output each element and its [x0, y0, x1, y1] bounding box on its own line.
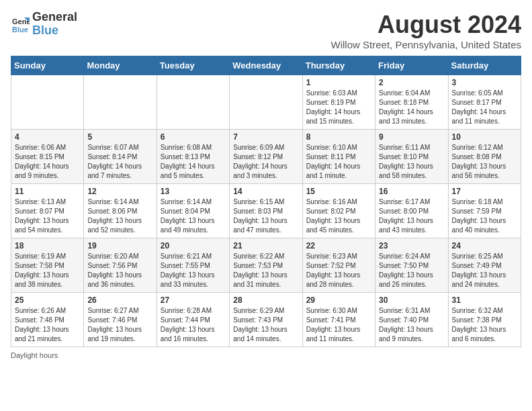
day-number: 24 — [452, 241, 517, 250]
calendar-week-row: 1Sunrise: 6:03 AM Sunset: 8:19 PM Daylig… — [11, 75, 521, 130]
calendar-cell — [84, 75, 157, 130]
calendar-cell: 9Sunrise: 6:11 AM Sunset: 8:10 PM Daylig… — [375, 130, 448, 184]
day-info: Sunrise: 6:05 AM Sunset: 8:17 PM Dayligh… — [452, 89, 517, 126]
day-number: 16 — [379, 187, 444, 196]
day-info: Sunrise: 6:21 AM Sunset: 7:55 PM Dayligh… — [161, 252, 226, 289]
day-number: 28 — [233, 295, 298, 305]
day-number: 13 — [161, 187, 226, 196]
day-number: 7 — [233, 132, 298, 142]
calendar-cell: 13Sunrise: 6:14 AM Sunset: 8:04 PM Dayli… — [157, 184, 229, 238]
calendar-cell: 4Sunrise: 6:06 AM Sunset: 8:15 PM Daylig… — [11, 130, 84, 184]
calendar-cell: 12Sunrise: 6:14 AM Sunset: 8:06 PM Dayli… — [84, 184, 157, 238]
day-info: Sunrise: 6:07 AM Sunset: 8:14 PM Dayligh… — [87, 143, 152, 181]
calendar-cell: 11Sunrise: 6:13 AM Sunset: 8:07 PM Dayli… — [11, 184, 84, 238]
calendar-cell: 18Sunrise: 6:19 AM Sunset: 7:58 PM Dayli… — [11, 238, 84, 293]
day-number: 17 — [452, 187, 517, 196]
calendar-cell: 24Sunrise: 6:25 AM Sunset: 7:49 PM Dayli… — [448, 238, 521, 293]
day-number: 14 — [233, 187, 298, 196]
day-number: 31 — [452, 295, 517, 305]
calendar-cell: 22Sunrise: 6:23 AM Sunset: 7:52 PM Dayli… — [302, 238, 375, 293]
day-info: Sunrise: 6:26 AM Sunset: 7:48 PM Dayligh… — [15, 306, 80, 344]
day-number: 18 — [15, 241, 80, 250]
location-subtitle: Willow Street, Pennsylvania, United Stat… — [331, 39, 521, 50]
day-number: 8 — [306, 132, 371, 142]
title-block: August 2024 Willow Street, Pennsylvania,… — [331, 11, 521, 50]
day-number: 20 — [161, 241, 226, 250]
calendar-cell: 21Sunrise: 6:22 AM Sunset: 7:53 PM Dayli… — [230, 238, 302, 293]
day-info: Sunrise: 6:24 AM Sunset: 7:50 PM Dayligh… — [379, 252, 444, 289]
calendar-week-row: 11Sunrise: 6:13 AM Sunset: 8:07 PM Dayli… — [11, 184, 521, 238]
day-number: 27 — [161, 295, 226, 305]
day-number: 11 — [15, 187, 80, 196]
day-info: Sunrise: 6:10 AM Sunset: 8:11 PM Dayligh… — [306, 143, 371, 181]
day-info: Sunrise: 6:06 AM Sunset: 8:15 PM Dayligh… — [15, 143, 80, 181]
calendar-cell: 31Sunrise: 6:32 AM Sunset: 7:38 PM Dayli… — [448, 293, 521, 347]
day-info: Sunrise: 6:08 AM Sunset: 8:13 PM Dayligh… — [161, 143, 226, 181]
calendar-cell: 28Sunrise: 6:29 AM Sunset: 7:43 PM Dayli… — [230, 293, 302, 347]
calendar-cell: 16Sunrise: 6:17 AM Sunset: 8:00 PM Dayli… — [375, 184, 448, 238]
day-info: Sunrise: 6:25 AM Sunset: 7:49 PM Dayligh… — [452, 252, 517, 289]
calendar-cell: 23Sunrise: 6:24 AM Sunset: 7:50 PM Dayli… — [375, 238, 448, 293]
day-number: 29 — [306, 295, 371, 305]
day-info: Sunrise: 6:27 AM Sunset: 7:46 PM Dayligh… — [87, 306, 152, 344]
day-number: 30 — [379, 295, 444, 305]
calendar-cell: 7Sunrise: 6:09 AM Sunset: 8:12 PM Daylig… — [230, 130, 302, 184]
calendar-cell: 29Sunrise: 6:30 AM Sunset: 7:41 PM Dayli… — [302, 293, 375, 347]
calendar-day-header: Wednesday — [230, 56, 302, 75]
calendar-week-row: 4Sunrise: 6:06 AM Sunset: 8:15 PM Daylig… — [11, 130, 521, 184]
day-info: Sunrise: 6:31 AM Sunset: 7:40 PM Dayligh… — [379, 306, 444, 344]
day-info: Sunrise: 6:19 AM Sunset: 7:58 PM Dayligh… — [15, 252, 80, 289]
day-number: 25 — [15, 295, 80, 305]
day-number: 19 — [87, 241, 152, 250]
footer-note: Daylight hours — [11, 351, 521, 359]
day-info: Sunrise: 6:32 AM Sunset: 7:38 PM Dayligh… — [452, 306, 517, 344]
calendar-cell: 30Sunrise: 6:31 AM Sunset: 7:40 PM Dayli… — [375, 293, 448, 347]
logo-icon: General Blue — [11, 15, 30, 34]
calendar-cell: 3Sunrise: 6:05 AM Sunset: 8:17 PM Daylig… — [448, 75, 521, 130]
calendar-cell: 10Sunrise: 6:12 AM Sunset: 8:08 PM Dayli… — [448, 130, 521, 184]
day-number: 21 — [233, 241, 298, 250]
day-number: 5 — [87, 132, 152, 142]
day-info: Sunrise: 6:18 AM Sunset: 7:59 PM Dayligh… — [452, 197, 517, 235]
day-number: 9 — [379, 132, 444, 142]
calendar-cell: 20Sunrise: 6:21 AM Sunset: 7:55 PM Dayli… — [157, 238, 229, 293]
day-info: Sunrise: 6:23 AM Sunset: 7:52 PM Dayligh… — [306, 252, 371, 289]
calendar-day-header: Tuesday — [157, 56, 229, 75]
calendar-cell: 8Sunrise: 6:10 AM Sunset: 8:11 PM Daylig… — [302, 130, 375, 184]
footer-text: Daylight hours — [11, 351, 58, 359]
calendar-day-header: Thursday — [302, 56, 375, 75]
day-info: Sunrise: 6:28 AM Sunset: 7:44 PM Dayligh… — [161, 306, 226, 344]
svg-text:Blue: Blue — [12, 26, 28, 34]
day-info: Sunrise: 6:30 AM Sunset: 7:41 PM Dayligh… — [306, 306, 371, 344]
calendar-cell: 17Sunrise: 6:18 AM Sunset: 7:59 PM Dayli… — [448, 184, 521, 238]
day-info: Sunrise: 6:15 AM Sunset: 8:03 PM Dayligh… — [233, 197, 298, 235]
month-year-title: August 2024 — [331, 11, 521, 39]
calendar-cell — [11, 75, 84, 130]
calendar-week-row: 25Sunrise: 6:26 AM Sunset: 7:48 PM Dayli… — [11, 293, 521, 347]
day-number: 12 — [87, 187, 152, 196]
day-info: Sunrise: 6:03 AM Sunset: 8:19 PM Dayligh… — [306, 89, 371, 126]
day-number: 1 — [306, 78, 371, 87]
day-info: Sunrise: 6:16 AM Sunset: 8:02 PM Dayligh… — [306, 197, 371, 235]
day-info: Sunrise: 6:14 AM Sunset: 8:04 PM Dayligh… — [161, 197, 226, 235]
day-info: Sunrise: 6:13 AM Sunset: 8:07 PM Dayligh… — [15, 197, 80, 235]
calendar-cell: 15Sunrise: 6:16 AM Sunset: 8:02 PM Dayli… — [302, 184, 375, 238]
calendar-day-header: Sunday — [11, 56, 84, 75]
page-header: General Blue GeneralBlue August 2024 Wil… — [11, 11, 521, 50]
day-info: Sunrise: 6:20 AM Sunset: 7:56 PM Dayligh… — [87, 252, 152, 289]
calendar-header-row: SundayMondayTuesdayWednesdayThursdayFrid… — [11, 56, 521, 75]
calendar-cell: 27Sunrise: 6:28 AM Sunset: 7:44 PM Dayli… — [157, 293, 229, 347]
day-info: Sunrise: 6:17 AM Sunset: 8:00 PM Dayligh… — [379, 197, 444, 235]
calendar-cell: 14Sunrise: 6:15 AM Sunset: 8:03 PM Dayli… — [230, 184, 302, 238]
calendar-day-header: Friday — [375, 56, 448, 75]
calendar-cell — [230, 75, 302, 130]
day-info: Sunrise: 6:22 AM Sunset: 7:53 PM Dayligh… — [233, 252, 298, 289]
day-number: 2 — [379, 78, 444, 87]
calendar-cell: 26Sunrise: 6:27 AM Sunset: 7:46 PM Dayli… — [84, 293, 157, 347]
calendar-cell: 6Sunrise: 6:08 AM Sunset: 8:13 PM Daylig… — [157, 130, 229, 184]
calendar-cell — [157, 75, 229, 130]
day-number: 23 — [379, 241, 444, 250]
day-number: 26 — [87, 295, 152, 305]
calendar-cell: 25Sunrise: 6:26 AM Sunset: 7:48 PM Dayli… — [11, 293, 84, 347]
day-info: Sunrise: 6:09 AM Sunset: 8:12 PM Dayligh… — [233, 143, 298, 181]
